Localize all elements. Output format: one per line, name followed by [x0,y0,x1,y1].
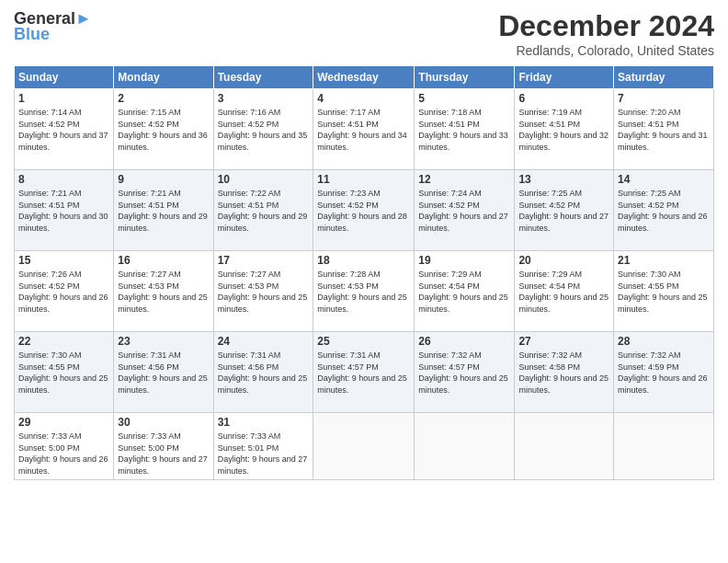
day-info: Sunrise: 7:33 AM Sunset: 5:01 PM Dayligh… [218,431,310,477]
day-number: 10 [218,173,310,186]
day-number: 9 [118,173,209,186]
day-number: 12 [418,173,510,186]
day-number: 14 [618,173,710,186]
day-number: 26 [418,335,510,348]
day-info: Sunrise: 7:16 AM Sunset: 4:52 PM Dayligh… [218,107,310,153]
calendar-cell: 20Sunrise: 7:29 AM Sunset: 4:54 PM Dayli… [515,251,614,332]
day-info: Sunrise: 7:15 AM Sunset: 4:52 PM Dayligh… [118,107,209,153]
day-number: 2 [118,92,209,105]
day-number: 20 [518,254,609,267]
calendar-cell: 8Sunrise: 7:21 AM Sunset: 4:51 PM Daylig… [15,170,114,251]
calendar-cell: 9Sunrise: 7:21 AM Sunset: 4:51 PM Daylig… [114,170,213,251]
day-info: Sunrise: 7:30 AM Sunset: 4:55 PM Dayligh… [618,269,710,315]
day-number: 25 [317,335,410,348]
calendar-cell: 27Sunrise: 7:32 AM Sunset: 4:58 PM Dayli… [515,332,614,413]
calendar-cell: 18Sunrise: 7:28 AM Sunset: 4:53 PM Dayli… [313,251,415,332]
day-info: Sunrise: 7:28 AM Sunset: 4:53 PM Dayligh… [317,269,410,315]
calendar-cell: 26Sunrise: 7:32 AM Sunset: 4:57 PM Dayli… [415,332,515,413]
day-info: Sunrise: 7:24 AM Sunset: 4:52 PM Dayligh… [418,188,510,234]
calendar-cell: 23Sunrise: 7:31 AM Sunset: 4:56 PM Dayli… [114,332,213,413]
calendar-cell: 22Sunrise: 7:30 AM Sunset: 4:55 PM Dayli… [15,332,114,413]
day-number: 1 [18,92,109,105]
day-info: Sunrise: 7:14 AM Sunset: 4:52 PM Dayligh… [18,107,109,153]
day-info: Sunrise: 7:21 AM Sunset: 4:51 PM Dayligh… [118,188,209,234]
col-wednesday: Wednesday [313,66,415,89]
day-number: 13 [518,173,609,186]
col-tuesday: Tuesday [213,66,313,89]
day-info: Sunrise: 7:27 AM Sunset: 4:53 PM Dayligh… [118,269,209,315]
calendar-cell: 7Sunrise: 7:20 AM Sunset: 4:51 PM Daylig… [614,89,714,170]
calendar-cell: 13Sunrise: 7:25 AM Sunset: 4:52 PM Dayli… [515,170,614,251]
day-info: Sunrise: 7:29 AM Sunset: 4:54 PM Dayligh… [418,269,510,315]
day-info: Sunrise: 7:33 AM Sunset: 5:00 PM Dayligh… [18,431,109,477]
day-info: Sunrise: 7:21 AM Sunset: 4:51 PM Dayligh… [18,188,109,234]
calendar-cell: 17Sunrise: 7:27 AM Sunset: 4:53 PM Dayli… [213,251,313,332]
col-monday: Monday [114,66,213,89]
day-info: Sunrise: 7:20 AM Sunset: 4:51 PM Dayligh… [618,107,710,153]
calendar-cell [313,413,415,480]
calendar-cell: 14Sunrise: 7:25 AM Sunset: 4:52 PM Dayli… [614,170,714,251]
calendar-cell: 10Sunrise: 7:22 AM Sunset: 4:51 PM Dayli… [213,170,313,251]
calendar-table: Sunday Monday Tuesday Wednesday Thursday… [14,65,714,480]
day-info: Sunrise: 7:17 AM Sunset: 4:51 PM Dayligh… [317,107,410,153]
day-number: 3 [218,92,310,105]
day-info: Sunrise: 7:19 AM Sunset: 4:51 PM Dayligh… [518,107,609,153]
calendar-cell: 11Sunrise: 7:23 AM Sunset: 4:52 PM Dayli… [313,170,415,251]
day-number: 21 [618,254,710,267]
calendar-cell: 5Sunrise: 7:18 AM Sunset: 4:51 PM Daylig… [415,89,515,170]
col-thursday: Thursday [415,66,515,89]
day-number: 24 [218,335,310,348]
main-container: General► Blue December 2024 Redlands, Co… [0,0,728,563]
calendar-cell: 25Sunrise: 7:31 AM Sunset: 4:57 PM Dayli… [313,332,415,413]
calendar-cell: 30Sunrise: 7:33 AM Sunset: 5:00 PM Dayli… [114,413,213,480]
day-number: 27 [518,335,609,348]
day-info: Sunrise: 7:32 AM Sunset: 4:59 PM Dayligh… [618,350,710,396]
day-info: Sunrise: 7:23 AM Sunset: 4:52 PM Dayligh… [317,188,410,234]
calendar-cell: 31Sunrise: 7:33 AM Sunset: 5:01 PM Dayli… [213,413,313,480]
calendar-cell [614,413,714,480]
day-info: Sunrise: 7:26 AM Sunset: 4:52 PM Dayligh… [18,269,109,315]
header: General► Blue December 2024 Redlands, Co… [14,9,714,58]
calendar-cell: 28Sunrise: 7:32 AM Sunset: 4:59 PM Dayli… [614,332,714,413]
col-sunday: Sunday [15,66,114,89]
col-saturday: Saturday [614,66,714,89]
day-number: 17 [218,254,310,267]
calendar-cell: 16Sunrise: 7:27 AM Sunset: 4:53 PM Dayli… [114,251,213,332]
day-number: 8 [18,173,109,186]
day-info: Sunrise: 7:27 AM Sunset: 4:53 PM Dayligh… [218,269,310,315]
calendar-cell: 2Sunrise: 7:15 AM Sunset: 4:52 PM Daylig… [114,89,213,170]
calendar-cell: 15Sunrise: 7:26 AM Sunset: 4:52 PM Dayli… [15,251,114,332]
day-number: 28 [618,335,710,348]
day-number: 15 [18,254,109,267]
day-number: 31 [218,416,310,429]
day-info: Sunrise: 7:31 AM Sunset: 4:56 PM Dayligh… [118,350,209,396]
day-number: 30 [118,416,209,429]
logo: General► Blue [14,9,92,44]
day-info: Sunrise: 7:30 AM Sunset: 4:55 PM Dayligh… [18,350,109,396]
logo-blue: Blue [14,25,50,44]
day-number: 4 [317,92,410,105]
day-number: 19 [418,254,510,267]
day-info: Sunrise: 7:18 AM Sunset: 4:51 PM Dayligh… [418,107,510,153]
subtitle: Redlands, Colorado, United States [498,43,714,58]
day-info: Sunrise: 7:32 AM Sunset: 4:58 PM Dayligh… [518,350,609,396]
calendar-cell: 6Sunrise: 7:19 AM Sunset: 4:51 PM Daylig… [515,89,614,170]
calendar-cell: 1Sunrise: 7:14 AM Sunset: 4:52 PM Daylig… [15,89,114,170]
day-info: Sunrise: 7:22 AM Sunset: 4:51 PM Dayligh… [218,188,310,234]
day-number: 22 [18,335,109,348]
calendar-cell: 3Sunrise: 7:16 AM Sunset: 4:52 PM Daylig… [213,89,313,170]
calendar-cell [515,413,614,480]
calendar-cell: 19Sunrise: 7:29 AM Sunset: 4:54 PM Dayli… [415,251,515,332]
day-number: 11 [317,173,410,186]
day-info: Sunrise: 7:25 AM Sunset: 4:52 PM Dayligh… [518,188,609,234]
day-info: Sunrise: 7:25 AM Sunset: 4:52 PM Dayligh… [618,188,710,234]
col-friday: Friday [515,66,614,89]
day-number: 18 [317,254,410,267]
day-number: 6 [518,92,609,105]
day-info: Sunrise: 7:32 AM Sunset: 4:57 PM Dayligh… [418,350,510,396]
day-number: 29 [18,416,109,429]
title-block: December 2024 Redlands, Colorado, United… [498,9,714,58]
calendar-cell: 4Sunrise: 7:17 AM Sunset: 4:51 PM Daylig… [313,89,415,170]
calendar-header-row: Sunday Monday Tuesday Wednesday Thursday… [15,66,714,89]
day-number: 16 [118,254,209,267]
